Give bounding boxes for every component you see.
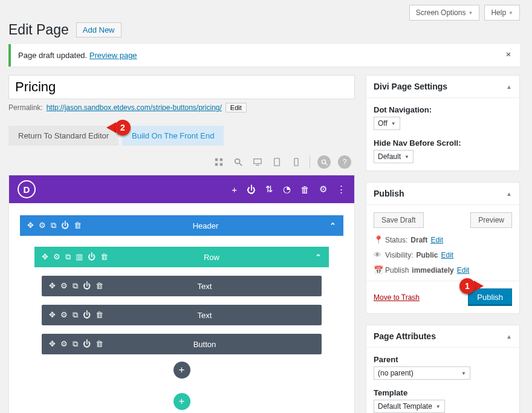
trash-icon[interactable]: 🗑 bbox=[96, 339, 103, 349]
callout-1: 1 bbox=[459, 278, 484, 294]
parent-select[interactable]: (no parent) bbox=[374, 366, 470, 380]
svg-rect-3 bbox=[220, 163, 222, 166]
add-module-button[interactable]: + bbox=[174, 362, 190, 379]
edit-visibility-link[interactable]: Edit bbox=[441, 251, 453, 259]
notice-text: Page draft updated. bbox=[18, 51, 87, 60]
desktop-icon[interactable] bbox=[251, 156, 264, 168]
module-bar[interactable]: ✥ ⚙ ⧉ ⏻ 🗑 Text bbox=[42, 276, 322, 296]
gear-icon[interactable]: ⚙ bbox=[60, 310, 68, 320]
power-icon[interactable]: ⏻ bbox=[83, 310, 91, 320]
add-row-button[interactable]: + bbox=[174, 393, 190, 410]
sliders-icon[interactable]: ⇅ bbox=[265, 184, 273, 195]
duplicate-icon[interactable]: ⧉ bbox=[73, 339, 78, 349]
svg-point-4 bbox=[235, 159, 240, 164]
power-icon[interactable]: ⏻ bbox=[247, 184, 256, 195]
move-icon[interactable]: ✥ bbox=[42, 252, 48, 262]
power-icon[interactable]: ⏻ bbox=[83, 339, 91, 349]
svg-rect-1 bbox=[220, 158, 222, 161]
move-icon[interactable]: ✥ bbox=[49, 281, 56, 291]
power-icon[interactable]: ⏻ bbox=[61, 221, 69, 230]
gear-icon[interactable]: ⚙ bbox=[39, 221, 46, 230]
gear-icon[interactable]: ⚙ bbox=[60, 339, 68, 349]
help-button[interactable]: Help bbox=[484, 5, 520, 21]
power-icon[interactable]: ⏻ bbox=[88, 252, 96, 262]
screen-options-button[interactable]: Screen Options bbox=[409, 5, 480, 21]
columns-icon[interactable]: ▥ bbox=[76, 252, 83, 262]
edit-schedule-link[interactable]: Edit bbox=[457, 266, 470, 275]
schedule-label: Publish bbox=[385, 266, 409, 275]
phone-icon[interactable] bbox=[290, 156, 302, 168]
duplicate-icon[interactable]: ⧉ bbox=[73, 281, 78, 291]
magnify-icon[interactable] bbox=[232, 156, 244, 168]
svg-rect-8 bbox=[274, 158, 280, 166]
history-icon[interactable]: ◔ bbox=[283, 184, 291, 195]
trash-icon[interactable]: 🗑 bbox=[96, 310, 103, 320]
svg-rect-9 bbox=[294, 158, 298, 166]
hide-nav-select[interactable]: Default bbox=[374, 150, 414, 163]
visibility-value: Public bbox=[416, 251, 438, 259]
more-icon[interactable]: ⋮ bbox=[337, 184, 346, 195]
svg-rect-2 bbox=[215, 163, 218, 166]
edit-permalink-button[interactable]: Edit bbox=[225, 103, 247, 112]
duplicate-icon[interactable]: ⧉ bbox=[73, 310, 78, 320]
search-round-icon[interactable] bbox=[317, 155, 331, 169]
page-title-input[interactable] bbox=[8, 75, 355, 99]
preview-page-link[interactable]: Preview page bbox=[89, 51, 137, 60]
move-icon[interactable]: ✥ bbox=[27, 221, 34, 230]
save-draft-button[interactable]: Save Draft bbox=[374, 212, 424, 228]
move-to-trash-link[interactable]: Move to Trash bbox=[374, 293, 420, 302]
duplicate-icon[interactable]: ⧉ bbox=[51, 221, 56, 230]
gear-icon[interactable]: ⚙ bbox=[53, 252, 60, 262]
dot-nav-select[interactable]: Off bbox=[374, 117, 400, 130]
help-round-icon[interactable]: ? bbox=[338, 155, 351, 169]
module-label: Text bbox=[103, 282, 306, 291]
divi-settings-title[interactable]: Divi Page Settings bbox=[374, 82, 447, 91]
divider bbox=[310, 155, 310, 169]
section-header-bar[interactable]: ✥ ⚙ ⧉ ⏻ 🗑 Header ⌃ bbox=[20, 215, 343, 236]
tablet-icon[interactable] bbox=[271, 156, 283, 168]
move-icon[interactable]: ✥ bbox=[49, 339, 56, 349]
toggle-triangle-icon[interactable]: ▲ bbox=[506, 190, 512, 197]
edit-status-link[interactable]: Edit bbox=[430, 236, 443, 244]
trash-icon[interactable]: 🗑 bbox=[300, 184, 310, 195]
gear-icon[interactable]: ⚙ bbox=[60, 281, 68, 291]
layout-grid-icon[interactable] bbox=[213, 156, 225, 168]
divi-logo-icon: D bbox=[18, 180, 36, 198]
chevron-up-icon[interactable]: ⌃ bbox=[329, 221, 336, 230]
template-select[interactable]: Default Template bbox=[374, 400, 445, 413]
add-new-button[interactable]: Add New bbox=[76, 22, 122, 37]
permalink-link[interactable]: http://jason.sandbox.etdevs.com/stripe-b… bbox=[47, 103, 222, 112]
parent-label: Parent bbox=[374, 355, 512, 364]
close-icon bbox=[504, 50, 513, 59]
trash-icon[interactable]: 🗑 bbox=[100, 252, 108, 262]
dismiss-notice-button[interactable] bbox=[504, 50, 513, 60]
chevron-up-icon[interactable]: ⌃ bbox=[315, 253, 322, 262]
svg-rect-6 bbox=[254, 159, 261, 164]
page-attributes-title[interactable]: Page Attributes bbox=[374, 331, 436, 341]
gear-icon[interactable]: ⚙ bbox=[319, 184, 327, 195]
module-label: Text bbox=[103, 311, 306, 320]
duplicate-icon[interactable]: ⧉ bbox=[65, 252, 71, 262]
pin-icon: 📍 bbox=[374, 235, 382, 244]
build-front-end-button[interactable]: Build On The Front End bbox=[122, 126, 224, 146]
toggle-triangle-icon[interactable]: ▲ bbox=[506, 83, 512, 90]
schedule-value: immediately bbox=[412, 266, 453, 275]
page-title: Edit Page bbox=[8, 22, 69, 38]
trash-icon[interactable]: 🗑 bbox=[74, 221, 82, 230]
divi-toolbar: D + ⏻ ⇅ ◔ 🗑 ⚙ ⋮ bbox=[9, 175, 354, 203]
toggle-triangle-icon[interactable]: ▲ bbox=[506, 333, 512, 340]
add-icon[interactable]: + bbox=[232, 184, 237, 195]
module-label: Button bbox=[103, 340, 306, 349]
move-icon[interactable]: ✥ bbox=[49, 310, 56, 320]
module-bar[interactable]: ✥ ⚙ ⧉ ⏻ 🗑 Button bbox=[42, 334, 322, 354]
power-icon[interactable]: ⏻ bbox=[83, 281, 91, 291]
section-label: Header bbox=[82, 221, 329, 230]
row-bar[interactable]: ✥ ⚙ ⧉ ▥ ⏻ 🗑 Row ⌃ bbox=[34, 247, 329, 267]
status-value: Draft bbox=[410, 236, 427, 244]
trash-icon[interactable]: 🗑 bbox=[96, 281, 103, 291]
dot-nav-label: Dot Navigation: bbox=[374, 105, 512, 114]
preview-button[interactable]: Preview bbox=[470, 212, 512, 228]
return-standard-editor-button[interactable]: Return To Standard Editor bbox=[8, 126, 118, 146]
publish-title[interactable]: Publish bbox=[374, 189, 404, 198]
module-bar[interactable]: ✥ ⚙ ⧉ ⏻ 🗑 Text bbox=[42, 305, 322, 325]
